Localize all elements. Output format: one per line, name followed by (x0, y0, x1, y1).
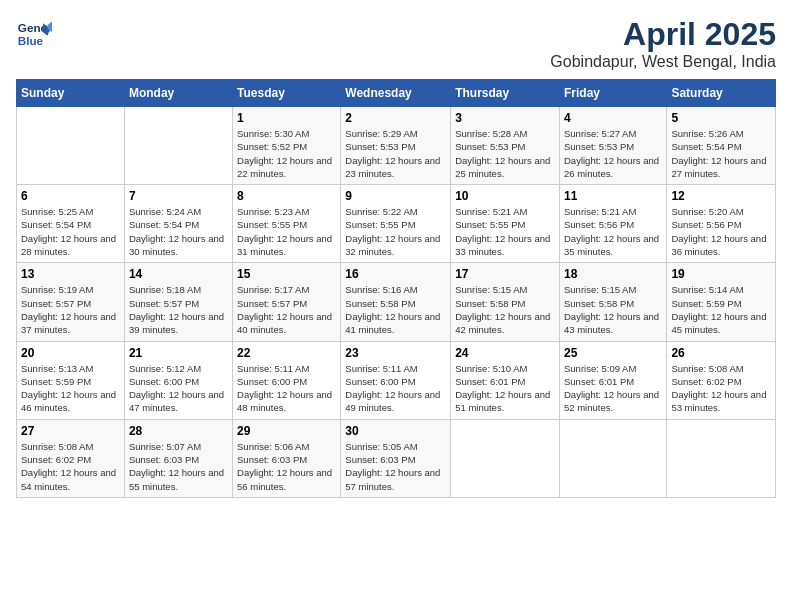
calendar-cell: 29Sunrise: 5:06 AM Sunset: 6:03 PM Dayli… (233, 419, 341, 497)
calendar-cell: 1Sunrise: 5:30 AM Sunset: 5:52 PM Daylig… (233, 107, 341, 185)
day-info: Sunrise: 5:21 AM Sunset: 5:56 PM Dayligh… (564, 205, 662, 258)
calendar-cell: 14Sunrise: 5:18 AM Sunset: 5:57 PM Dayli… (124, 263, 232, 341)
day-info: Sunrise: 5:07 AM Sunset: 6:03 PM Dayligh… (129, 440, 228, 493)
calendar-cell: 13Sunrise: 5:19 AM Sunset: 5:57 PM Dayli… (17, 263, 125, 341)
calendar-cell: 18Sunrise: 5:15 AM Sunset: 5:58 PM Dayli… (559, 263, 666, 341)
day-number: 16 (345, 267, 446, 281)
calendar-cell: 20Sunrise: 5:13 AM Sunset: 5:59 PM Dayli… (17, 341, 125, 419)
calendar-week-row: 13Sunrise: 5:19 AM Sunset: 5:57 PM Dayli… (17, 263, 776, 341)
day-number: 1 (237, 111, 336, 125)
day-info: Sunrise: 5:27 AM Sunset: 5:53 PM Dayligh… (564, 127, 662, 180)
calendar-cell: 23Sunrise: 5:11 AM Sunset: 6:00 PM Dayli… (341, 341, 451, 419)
calendar-cell: 10Sunrise: 5:21 AM Sunset: 5:55 PM Dayli… (451, 185, 560, 263)
day-number: 18 (564, 267, 662, 281)
day-number: 7 (129, 189, 228, 203)
calendar-week-row: 6Sunrise: 5:25 AM Sunset: 5:54 PM Daylig… (17, 185, 776, 263)
calendar-cell: 27Sunrise: 5:08 AM Sunset: 6:02 PM Dayli… (17, 419, 125, 497)
day-info: Sunrise: 5:15 AM Sunset: 5:58 PM Dayligh… (564, 283, 662, 336)
svg-text:Blue: Blue (18, 34, 44, 47)
weekday-header: Saturday (667, 80, 776, 107)
day-number: 27 (21, 424, 120, 438)
calendar-cell (451, 419, 560, 497)
calendar-cell: 25Sunrise: 5:09 AM Sunset: 6:01 PM Dayli… (559, 341, 666, 419)
day-number: 24 (455, 346, 555, 360)
calendar-cell: 28Sunrise: 5:07 AM Sunset: 6:03 PM Dayli… (124, 419, 232, 497)
day-number: 12 (671, 189, 771, 203)
weekday-header: Thursday (451, 80, 560, 107)
calendar-cell: 16Sunrise: 5:16 AM Sunset: 5:58 PM Dayli… (341, 263, 451, 341)
day-info: Sunrise: 5:16 AM Sunset: 5:58 PM Dayligh… (345, 283, 446, 336)
day-info: Sunrise: 5:11 AM Sunset: 6:00 PM Dayligh… (237, 362, 336, 415)
calendar-cell: 2Sunrise: 5:29 AM Sunset: 5:53 PM Daylig… (341, 107, 451, 185)
calendar-cell (667, 419, 776, 497)
day-number: 17 (455, 267, 555, 281)
day-number: 9 (345, 189, 446, 203)
day-info: Sunrise: 5:14 AM Sunset: 5:59 PM Dayligh… (671, 283, 771, 336)
calendar-cell: 26Sunrise: 5:08 AM Sunset: 6:02 PM Dayli… (667, 341, 776, 419)
calendar-cell: 24Sunrise: 5:10 AM Sunset: 6:01 PM Dayli… (451, 341, 560, 419)
calendar-cell: 7Sunrise: 5:24 AM Sunset: 5:54 PM Daylig… (124, 185, 232, 263)
day-info: Sunrise: 5:21 AM Sunset: 5:55 PM Dayligh… (455, 205, 555, 258)
day-number: 11 (564, 189, 662, 203)
weekday-header: Monday (124, 80, 232, 107)
day-number: 26 (671, 346, 771, 360)
day-info: Sunrise: 5:13 AM Sunset: 5:59 PM Dayligh… (21, 362, 120, 415)
calendar-cell (17, 107, 125, 185)
day-number: 2 (345, 111, 446, 125)
day-info: Sunrise: 5:28 AM Sunset: 5:53 PM Dayligh… (455, 127, 555, 180)
day-info: Sunrise: 5:29 AM Sunset: 5:53 PM Dayligh… (345, 127, 446, 180)
calendar-cell: 9Sunrise: 5:22 AM Sunset: 5:55 PM Daylig… (341, 185, 451, 263)
weekday-header: Tuesday (233, 80, 341, 107)
day-number: 30 (345, 424, 446, 438)
weekday-header: Sunday (17, 80, 125, 107)
calendar-cell: 21Sunrise: 5:12 AM Sunset: 6:00 PM Dayli… (124, 341, 232, 419)
day-info: Sunrise: 5:06 AM Sunset: 6:03 PM Dayligh… (237, 440, 336, 493)
day-number: 5 (671, 111, 771, 125)
day-info: Sunrise: 5:23 AM Sunset: 5:55 PM Dayligh… (237, 205, 336, 258)
calendar-cell: 15Sunrise: 5:17 AM Sunset: 5:57 PM Dayli… (233, 263, 341, 341)
day-number: 21 (129, 346, 228, 360)
calendar-week-row: 1Sunrise: 5:30 AM Sunset: 5:52 PM Daylig… (17, 107, 776, 185)
calendar-cell: 30Sunrise: 5:05 AM Sunset: 6:03 PM Dayli… (341, 419, 451, 497)
day-number: 29 (237, 424, 336, 438)
logo-icon: General Blue (16, 16, 52, 52)
day-number: 23 (345, 346, 446, 360)
day-number: 13 (21, 267, 120, 281)
day-info: Sunrise: 5:24 AM Sunset: 5:54 PM Dayligh… (129, 205, 228, 258)
calendar-cell: 6Sunrise: 5:25 AM Sunset: 5:54 PM Daylig… (17, 185, 125, 263)
day-info: Sunrise: 5:26 AM Sunset: 5:54 PM Dayligh… (671, 127, 771, 180)
day-info: Sunrise: 5:10 AM Sunset: 6:01 PM Dayligh… (455, 362, 555, 415)
day-info: Sunrise: 5:08 AM Sunset: 6:02 PM Dayligh… (21, 440, 120, 493)
day-number: 6 (21, 189, 120, 203)
day-info: Sunrise: 5:18 AM Sunset: 5:57 PM Dayligh… (129, 283, 228, 336)
day-info: Sunrise: 5:08 AM Sunset: 6:02 PM Dayligh… (671, 362, 771, 415)
day-info: Sunrise: 5:25 AM Sunset: 5:54 PM Dayligh… (21, 205, 120, 258)
day-info: Sunrise: 5:17 AM Sunset: 5:57 PM Dayligh… (237, 283, 336, 336)
day-number: 3 (455, 111, 555, 125)
day-info: Sunrise: 5:15 AM Sunset: 5:58 PM Dayligh… (455, 283, 555, 336)
calendar-cell: 4Sunrise: 5:27 AM Sunset: 5:53 PM Daylig… (559, 107, 666, 185)
day-info: Sunrise: 5:12 AM Sunset: 6:00 PM Dayligh… (129, 362, 228, 415)
calendar-cell (559, 419, 666, 497)
day-number: 25 (564, 346, 662, 360)
day-number: 10 (455, 189, 555, 203)
calendar-cell: 19Sunrise: 5:14 AM Sunset: 5:59 PM Dayli… (667, 263, 776, 341)
weekday-header: Wednesday (341, 80, 451, 107)
logo: General Blue (16, 16, 52, 52)
day-info: Sunrise: 5:05 AM Sunset: 6:03 PM Dayligh… (345, 440, 446, 493)
calendar-cell: 17Sunrise: 5:15 AM Sunset: 5:58 PM Dayli… (451, 263, 560, 341)
header: General Blue April 2025 Gobindapur, West… (16, 16, 776, 71)
calendar-cell: 8Sunrise: 5:23 AM Sunset: 5:55 PM Daylig… (233, 185, 341, 263)
day-info: Sunrise: 5:20 AM Sunset: 5:56 PM Dayligh… (671, 205, 771, 258)
day-info: Sunrise: 5:22 AM Sunset: 5:55 PM Dayligh… (345, 205, 446, 258)
calendar-cell: 11Sunrise: 5:21 AM Sunset: 5:56 PM Dayli… (559, 185, 666, 263)
calendar-week-row: 20Sunrise: 5:13 AM Sunset: 5:59 PM Dayli… (17, 341, 776, 419)
day-number: 4 (564, 111, 662, 125)
day-info: Sunrise: 5:19 AM Sunset: 5:57 PM Dayligh… (21, 283, 120, 336)
calendar-cell: 3Sunrise: 5:28 AM Sunset: 5:53 PM Daylig… (451, 107, 560, 185)
calendar-cell: 5Sunrise: 5:26 AM Sunset: 5:54 PM Daylig… (667, 107, 776, 185)
calendar-table: SundayMondayTuesdayWednesdayThursdayFrid… (16, 79, 776, 498)
calendar-week-row: 27Sunrise: 5:08 AM Sunset: 6:02 PM Dayli… (17, 419, 776, 497)
calendar-cell: 22Sunrise: 5:11 AM Sunset: 6:00 PM Dayli… (233, 341, 341, 419)
subtitle: Gobindapur, West Bengal, India (550, 53, 776, 71)
